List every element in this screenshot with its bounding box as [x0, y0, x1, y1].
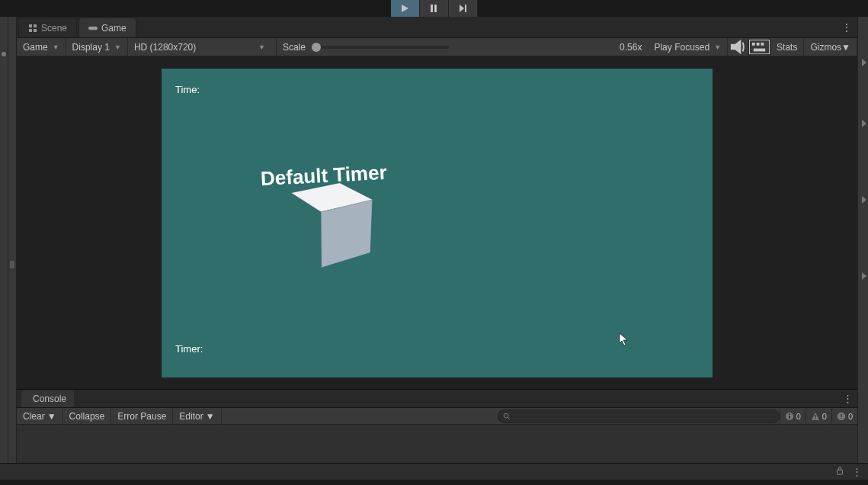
camera-label: Game — [23, 42, 48, 53]
scale-control: Scale 0.56x — [277, 42, 649, 53]
chevron-down-icon: ▼ — [841, 42, 850, 53]
warn-value: 0 — [822, 412, 827, 421]
svg-line-18 — [508, 417, 510, 419]
svg-rect-8 — [749, 40, 770, 54]
step-icon — [458, 4, 467, 13]
info-value: 0 — [796, 412, 801, 421]
console-menu-icon[interactable]: ⋮ — [843, 393, 853, 404]
scale-label: Scale — [283, 42, 306, 53]
center-panel: Scene Game ⋮ Game ▼ Display 1 ▼ HD (1280… — [17, 17, 857, 463]
svg-rect-3 — [29, 24, 32, 27]
chevron-down-icon: ▼ — [47, 411, 56, 422]
console-output[interactable] — [17, 425, 857, 463]
search-icon — [503, 413, 511, 420]
playmode-dropdown[interactable]: Play Focused ▼ — [648, 38, 728, 56]
footer-menu-icon[interactable]: ⋮ — [852, 466, 862, 477]
info-count[interactable]: 0 — [780, 408, 806, 425]
tab-game[interactable]: Game — [78, 18, 136, 37]
chevron-down-icon: ▼ — [714, 43, 721, 51]
left-dock-strip-2[interactable] — [8, 17, 17, 463]
workspace: Scene Game ⋮ Game ▼ Display 1 ▼ HD (1280… — [0, 17, 868, 463]
game-viewport[interactable]: Time: Timer: Default Timer — [162, 69, 713, 377]
collapse-label: Collapse — [69, 411, 105, 422]
step-button[interactable] — [449, 0, 478, 17]
svg-rect-5 — [29, 29, 32, 32]
error-pause-button[interactable]: Error Pause — [111, 408, 173, 425]
stats-button[interactable]: Stats — [770, 38, 804, 56]
svg-rect-20 — [789, 416, 790, 419]
pause-button[interactable] — [420, 0, 449, 17]
svg-rect-24 — [841, 414, 841, 417]
mute-audio-button[interactable] — [728, 38, 749, 56]
scale-value: 0.56x — [620, 42, 642, 53]
timer-display: Timer: — [175, 343, 203, 355]
play-button[interactable] — [391, 0, 420, 17]
chevron-down-icon: ▼ — [258, 43, 265, 51]
scene-icon — [28, 24, 37, 33]
display-label: Display 1 — [72, 42, 110, 53]
game-icon — [88, 24, 98, 33]
info-icon — [785, 412, 794, 421]
playmode-label: Play Focused — [654, 42, 709, 53]
svg-rect-21 — [789, 413, 790, 415]
cursor-icon — [619, 332, 629, 348]
cube-object — [303, 194, 360, 252]
tab-console[interactable]: Console — [21, 390, 74, 407]
editor-label: Editor — [179, 411, 203, 422]
keyboard-icon — [749, 40, 770, 54]
error-pause-label: Error Pause — [117, 411, 166, 422]
view-tabbar: Scene Game ⋮ — [17, 17, 857, 38]
footer-bar: ⋮ — [0, 463, 868, 480]
console-toolbar: Clear ▼ Collapse Error Pause Editor ▼ — [17, 408, 857, 425]
playback-controls — [0, 0, 868, 17]
editor-dropdown[interactable]: Editor ▼ — [173, 408, 221, 425]
svg-rect-2 — [465, 5, 466, 12]
left-dock-strip-1[interactable] — [0, 17, 8, 463]
svg-rect-26 — [838, 470, 843, 474]
console-tabbar: Console ⋮ — [17, 390, 857, 408]
warning-icon — [811, 412, 820, 421]
svg-rect-9 — [752, 43, 755, 46]
console-tab-label: Console — [33, 393, 66, 404]
gizmos-button[interactable]: Gizmos ▼ — [804, 38, 857, 56]
right-dock-strip[interactable] — [857, 17, 868, 463]
warn-count[interactable]: 0 — [806, 408, 831, 425]
svg-rect-12 — [754, 48, 765, 51]
console-search[interactable] — [498, 410, 780, 423]
viewport-container: Time: Timer: Default Timer — [17, 56, 857, 389]
error-count[interactable]: 0 — [831, 408, 857, 425]
clear-label: Clear — [23, 411, 45, 422]
svg-rect-23 — [815, 418, 815, 419]
svg-rect-25 — [841, 418, 841, 419]
error-value: 0 — [848, 412, 853, 421]
svg-rect-1 — [434, 5, 437, 12]
aspect-label: HD (1280x720) — [134, 42, 196, 53]
tab-scene[interactable]: Scene — [18, 18, 77, 37]
chevron-down-icon: ▼ — [206, 411, 215, 422]
svg-rect-11 — [761, 43, 764, 46]
keyboard-button[interactable] — [749, 38, 770, 56]
scale-slider[interactable] — [312, 46, 449, 49]
audio-icon — [728, 37, 748, 57]
game-toolbar: Game ▼ Display 1 ▼ HD (1280x720) ▼ Scale… — [17, 38, 857, 56]
gizmos-label: Gizmos — [810, 42, 841, 53]
camera-dropdown[interactable]: Game ▼ — [17, 38, 66, 56]
error-icon — [837, 412, 846, 421]
svg-rect-22 — [815, 415, 815, 418]
display-dropdown[interactable]: Display 1 ▼ — [66, 38, 128, 56]
time-display: Time: — [175, 84, 200, 95]
tab-scene-label: Scene — [41, 23, 67, 34]
aspect-dropdown[interactable]: HD (1280x720) ▼ — [128, 38, 277, 56]
lock-icon[interactable] — [835, 466, 844, 477]
chevron-down-icon: ▼ — [53, 43, 59, 51]
console-panel: Console ⋮ Clear ▼ Collapse Error Pause E… — [17, 389, 857, 463]
collapse-button[interactable]: Collapse — [63, 408, 112, 425]
svg-rect-0 — [431, 5, 433, 12]
svg-point-17 — [504, 413, 508, 418]
tab-menu-icon[interactable]: ⋮ — [841, 21, 853, 34]
stats-label: Stats — [777, 42, 797, 53]
svg-rect-10 — [757, 43, 760, 46]
svg-rect-7 — [88, 26, 98, 30]
clear-button[interactable]: Clear ▼ — [17, 408, 63, 425]
svg-rect-6 — [34, 29, 37, 32]
